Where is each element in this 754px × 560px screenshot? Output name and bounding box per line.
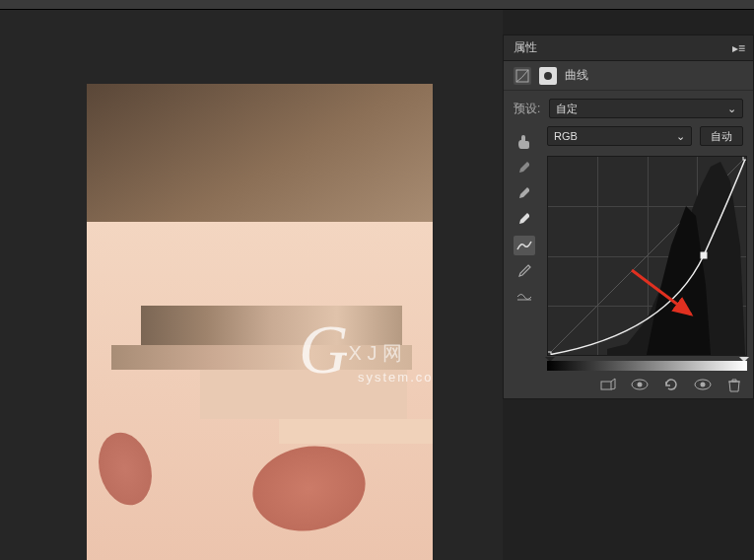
svg-rect-5 [743,157,746,160]
svg-rect-3 [548,352,551,355]
chevron-down-icon: ⌄ [676,130,685,143]
panel-footer [599,377,743,392]
trash-icon[interactable] [725,377,743,392]
preset-select[interactable]: 自定 ⌄ [549,99,743,118]
svg-rect-7 [601,382,611,389]
clip-to-layer-icon[interactable] [599,377,617,392]
image-censor-strip [279,419,433,444]
panel-title: 属性 [514,39,537,56]
channel-value: RGB [554,130,578,142]
svg-line-6 [632,270,691,315]
eyedropper-gray-icon[interactable] [514,184,535,204]
toggle-visibility-prev-icon[interactable] [631,377,649,392]
eyedropper-white-icon[interactable] [514,210,535,230]
svg-point-1 [544,72,552,80]
reset-icon[interactable] [662,377,680,392]
svg-point-11 [701,383,706,387]
pencil-tool-icon[interactable] [514,261,535,281]
watermark-url: system.com [358,370,433,385]
svg-rect-4 [701,252,707,258]
annotation-arrow [627,265,706,324]
eyedropper-black-icon[interactable] [514,159,535,178]
image-censor-strip [141,306,402,345]
chevron-down-icon: ⌄ [727,103,736,115]
canvas-area: G ·X J 网 system.com [0,10,503,560]
targeted-adjust-icon[interactable] [514,132,535,152]
smooth-tool-icon[interactable] [514,287,535,307]
watermark-logo: G [299,311,349,389]
preset-value: 自定 [556,102,578,116]
visibility-icon[interactable] [694,377,712,392]
options-bar [0,0,754,10]
document-image[interactable]: G ·X J 网 system.com [87,84,433,560]
svg-point-9 [638,383,643,387]
curves-curve-line[interactable] [548,157,746,355]
properties-panel: 属性 ▸≡ 曲线 预设: 自定 ⌄ RGB ⌄ 自动 [503,35,754,399]
preset-label: 预设: [514,101,541,117]
panel-header[interactable]: 属性 ▸≡ [504,35,753,61]
curves-tool-column [514,159,535,307]
curve-point-tool-icon[interactable] [514,236,535,255]
input-gradient [547,361,747,371]
mask-icon[interactable] [539,67,557,85]
channel-row: RGB ⌄ 自动 [504,122,753,150]
adjustment-type-label: 曲线 [565,67,588,84]
channel-select[interactable]: RGB ⌄ [547,126,692,146]
adjustment-type-row: 曲线 [504,61,753,91]
curves-graph[interactable] [547,156,747,356]
panel-menu-icon[interactable]: ▸≡ [732,41,745,55]
auto-button[interactable]: 自动 [700,126,743,146]
preset-row: 预设: 自定 ⌄ [504,95,753,122]
watermark-sub: ·X J 网 [343,340,402,367]
adjustment-icon[interactable] [514,67,531,85]
